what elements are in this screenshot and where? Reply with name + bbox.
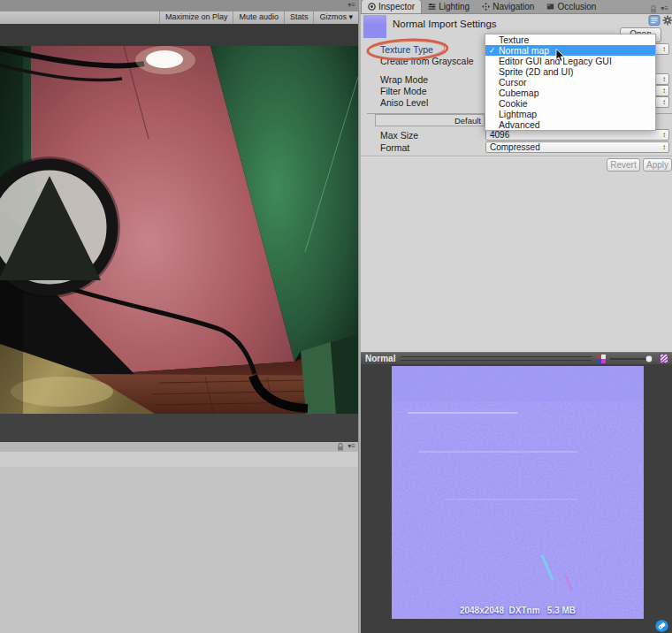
stats-button[interactable]: Stats [284, 11, 314, 24]
menu-item-texture[interactable]: Texture [485, 34, 655, 45]
ceiling-lamp [135, 46, 195, 74]
game-panel: ▾≡ Maximize on Play Mute audio Stats Giz… [0, 0, 358, 633]
rgb-channels-icon[interactable] [597, 355, 606, 363]
inspector-icon [368, 3, 376, 11]
mip-level-slider[interactable] [610, 355, 656, 362]
menu-item-lightmap[interactable]: Lightmap [485, 109, 655, 119]
pane-menu-icon[interactable]: ▾≡ [347, 1, 355, 10]
texture-info-text: 2048x2048 DXTnm 5.3 MB [392, 606, 644, 615]
project-panel-titlebar: ▾≡ [0, 442, 358, 452]
menu-item-cookie[interactable]: Cookie [485, 98, 655, 109]
preview-drag-handle[interactable] [401, 356, 592, 361]
preview-title: Normal [365, 354, 395, 363]
apply-button[interactable]: Apply [643, 158, 672, 172]
lock-icon[interactable] [650, 5, 657, 13]
inspector-tabbar: Inspector Lighting Navigation Occlusion … [361, 0, 672, 14]
project-asset-grid: Normal Zombie [0, 467, 358, 633]
aniso-level-label: Aniso Level [380, 97, 428, 108]
normal-map-preview[interactable] [392, 366, 644, 619]
maximize-on-play-button[interactable]: Maximize on Play [159, 11, 233, 24]
format-select[interactable]: Compressed↕ [485, 141, 669, 153]
tab-inspector[interactable]: Inspector [361, 0, 422, 13]
pane-menu-icon[interactable]: ▾≡ [661, 4, 668, 13]
lighting-icon [428, 3, 436, 11]
inspector-title: Normal Import Settings [393, 19, 497, 29]
checkmark-icon: ✓ [485, 46, 499, 55]
preview-header[interactable]: Normal [361, 352, 672, 364]
pane-menu-icon[interactable]: ▾≡ [347, 442, 355, 451]
menu-item-advanced[interactable]: Advanced [485, 119, 655, 130]
tab-occlusion[interactable]: Occlusion [540, 0, 602, 13]
game-toolbar: Maximize on Play Mute audio Stats Gizmos… [0, 11, 358, 25]
texture-type-label: Texture Type [380, 44, 433, 55]
normal-map-noise [392, 366, 644, 619]
menu-item-normal-map[interactable]: ✓ Normal map [485, 45, 655, 56]
gear-icon[interactable] [662, 15, 672, 27]
occlusion-icon [546, 3, 554, 11]
project-toolbar: ★ [0, 452, 358, 468]
preview-options-icon[interactable] [660, 354, 668, 363]
filter-mode-label: Filter Mode [380, 86, 427, 96]
menu-item-cursor[interactable]: Cursor [485, 77, 655, 88]
divider [361, 156, 672, 157]
platform-tab-default[interactable]: Default [375, 114, 485, 126]
gizmos-button[interactable]: Gizmos ▾ [313, 11, 358, 24]
game-panel-titlebar: ▾≡ [0, 0, 358, 12]
format-label: Format [380, 142, 409, 153]
asset-label-tag-icon[interactable] [655, 620, 668, 632]
lock-icon[interactable] [337, 443, 344, 451]
max-size-label: Max Size [380, 130, 418, 141]
menu-item-sprite[interactable]: Sprite (2D and UI) [485, 66, 655, 77]
tab-lighting[interactable]: Lighting [422, 0, 476, 13]
unity-editor-window: ▾≡ Maximize on Play Mute audio Stats Giz… [0, 0, 672, 633]
create-from-grayscale-label: Create from Grayscale [380, 56, 474, 66]
tab-navigation[interactable]: Navigation [476, 0, 540, 13]
game-scene [0, 24, 358, 442]
wrap-mode-label: Wrap Mode [380, 74, 428, 85]
texture-asset-thumbnail [363, 15, 386, 38]
revert-button[interactable]: Revert [607, 158, 640, 172]
navigation-icon [482, 3, 490, 11]
texture-type-menu: Texture ✓ Normal map Editor GUI and Lega… [485, 34, 656, 131]
game-view[interactable] [0, 24, 358, 442]
mute-audio-button[interactable]: Mute audio [233, 11, 284, 24]
menu-item-cubemap[interactable]: Cubemap [485, 88, 655, 98]
help-book-icon[interactable] [648, 14, 661, 27]
menu-item-editor-gui[interactable]: Editor GUI and Legacy GUI [485, 56, 655, 66]
